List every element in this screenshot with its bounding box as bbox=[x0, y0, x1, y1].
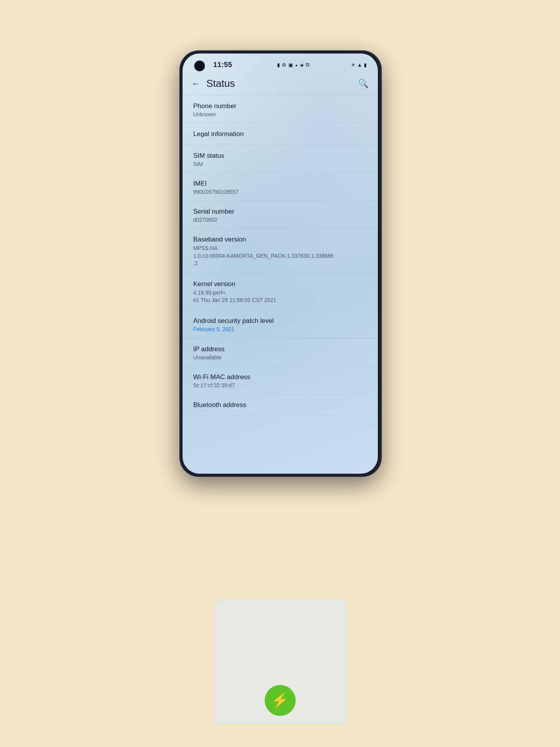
wifi-mac-title: Wi-Fi MAC address bbox=[193, 373, 367, 381]
content-list: Phone number Unknown Legal information S… bbox=[183, 95, 378, 469]
list-item-wifi-mac: Wi-Fi MAC address 5c:17:cf:32:39:d7 bbox=[183, 366, 378, 394]
list-item-serial: Serial number d0270602 bbox=[183, 201, 378, 229]
signal-icon: ▲ bbox=[357, 62, 362, 68]
page-title: Status bbox=[207, 78, 235, 90]
stand-logo bbox=[265, 685, 296, 716]
search-button[interactable]: 🔍 bbox=[358, 79, 369, 89]
sim-icon: ▣ bbox=[288, 62, 293, 68]
cast-icon: ⧉ bbox=[306, 62, 309, 68]
scene: 11:55 ▮ ⚙ ▣ ⬧ ◈ ⧉ ✳ ▲ ▮ ← bbox=[0, 0, 560, 747]
status-time: 11:55 bbox=[214, 61, 233, 69]
battery-icon: ▮ bbox=[277, 62, 280, 68]
list-item-ip: IP address Unavailable bbox=[183, 338, 378, 366]
phone-number-value: Unknown bbox=[193, 111, 367, 117]
serial-value: d0270602 bbox=[193, 217, 367, 223]
list-item-kernel: Kernel version 4.19.95-perf+#1 Thu Jan 2… bbox=[183, 273, 378, 310]
list-item-baseband: Baseband version MPSS.HA.1.0.c3-00004-KA… bbox=[183, 229, 378, 273]
imei-value: 990016790108557 bbox=[193, 189, 367, 195]
list-item-sim-status[interactable]: SIM status SIM bbox=[183, 145, 378, 173]
wifi-mac-value: 5c:17:cf:32:39:d7 bbox=[193, 382, 367, 388]
list-item-bluetooth: Bluetooth address bbox=[183, 394, 378, 416]
back-button[interactable]: ← bbox=[192, 79, 200, 89]
phone-number-title: Phone number bbox=[193, 102, 367, 110]
kernel-title: Kernel version bbox=[193, 280, 367, 288]
location-icon: ⬧ bbox=[295, 62, 298, 68]
status-icons-right: ✳ ▲ ▮ bbox=[351, 62, 367, 68]
phone-screen: 11:55 ▮ ⚙ ▣ ⬧ ◈ ⧉ ✳ ▲ ▮ ← bbox=[183, 53, 378, 474]
imei-title: IMEI bbox=[193, 180, 367, 188]
serial-title: Serial number bbox=[193, 208, 367, 216]
legal-title: Legal information bbox=[193, 130, 367, 138]
phone: 11:55 ▮ ⚙ ▣ ⬧ ◈ ⧉ ✳ ▲ ▮ ← bbox=[179, 50, 381, 477]
app-bar-left: ← Status bbox=[192, 78, 235, 90]
status-bar: 11:55 ▮ ⚙ ▣ ⬧ ◈ ⧉ ✳ ▲ ▮ bbox=[183, 53, 378, 74]
settings-icon: ⚙ bbox=[282, 62, 286, 68]
status-icons-left: ▮ ⚙ ▣ ⬧ ◈ ⧉ bbox=[277, 62, 309, 68]
ip-value: Unavailable bbox=[193, 354, 367, 361]
list-item-legal[interactable]: Legal information bbox=[183, 123, 378, 145]
ip-title: IP address bbox=[193, 345, 367, 353]
list-item-phone-number: Phone number Unknown bbox=[183, 95, 378, 123]
app-bar: ← Status 🔍 bbox=[183, 74, 378, 95]
security-patch-value: February 5, 2021 bbox=[193, 326, 367, 332]
baseband-value: MPSS.HA.1.0.c3-00004-KAMORTA_GEN_PACK-1.… bbox=[193, 245, 367, 267]
security-patch-title: Android security patch level bbox=[193, 317, 367, 325]
front-camera bbox=[194, 60, 205, 71]
bluetooth-icon: ✳ bbox=[351, 62, 355, 68]
list-item-security-patch: Android security patch level February 5,… bbox=[183, 310, 378, 338]
bluetooth-title: Bluetooth address bbox=[193, 401, 367, 409]
sim-status-title: SIM status bbox=[193, 152, 367, 160]
list-item-imei: IMEI 990016790108557 bbox=[183, 173, 378, 201]
kernel-value: 4.19.95-perf+#1 Thu Jan 28 11:58:55 CST … bbox=[193, 289, 367, 304]
baseband-title: Baseband version bbox=[193, 236, 367, 243]
vpn-icon: ◈ bbox=[300, 62, 304, 68]
battery-icon-right: ▮ bbox=[364, 62, 367, 68]
sim-status-value: SIM bbox=[193, 161, 367, 167]
